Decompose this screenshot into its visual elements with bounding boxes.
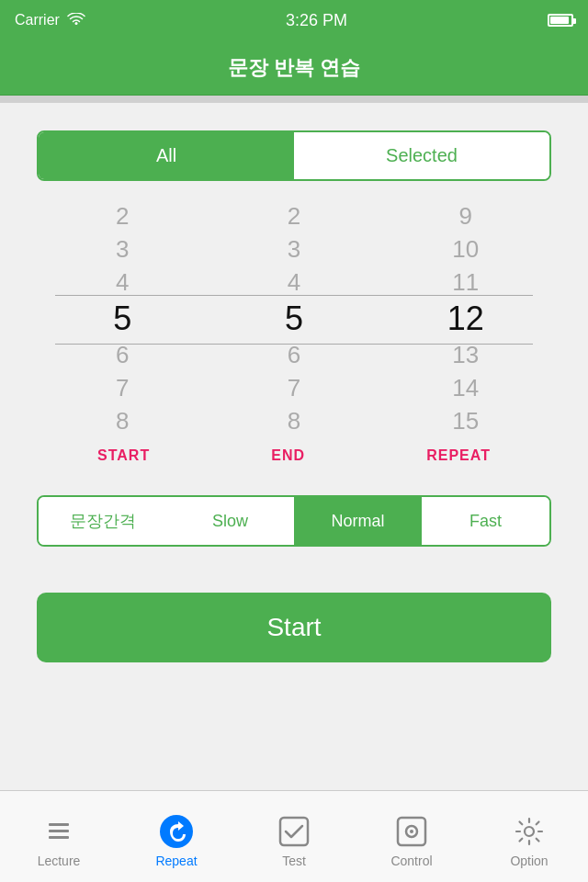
tab-test-label: Test: [282, 854, 306, 868]
tab-lecture-label: Lecture: [38, 854, 81, 868]
repeat-icon: [158, 813, 195, 850]
picker-num: 3: [37, 232, 209, 266]
picker-num: 2: [209, 199, 380, 232]
picker-num: 4: [209, 266, 380, 300]
picker-num: 10: [379, 232, 551, 266]
main-content: All Selected 2 3 4 5 6 7 8 2 3 4 5 6 7: [0, 103, 588, 797]
svg-rect-0: [49, 823, 69, 826]
picker-num: 6: [209, 338, 380, 371]
picker-num: 2: [37, 199, 209, 232]
picker-num: 6: [37, 338, 209, 371]
picker-num-selected: 5: [209, 300, 380, 338]
tab-lecture[interactable]: Lecture: [0, 806, 118, 868]
tab-test[interactable]: Test: [235, 806, 353, 868]
gear-icon: [511, 813, 548, 850]
picker-num: 3: [209, 232, 380, 266]
app-header: 문장 반복 연습: [0, 40, 588, 96]
tab-control-label: Control: [390, 854, 432, 868]
separator: [0, 96, 588, 103]
selected-tab[interactable]: Selected: [294, 132, 549, 179]
svg-rect-2: [49, 836, 69, 839]
all-tab[interactable]: All: [39, 132, 294, 179]
status-time: 3:26 PM: [286, 11, 347, 30]
segmented-control: All Selected: [37, 130, 551, 181]
speed-interval[interactable]: 문장간격: [39, 497, 166, 545]
start-label: START: [97, 447, 150, 464]
check-icon: [276, 813, 312, 850]
svg-point-3: [160, 815, 193, 848]
speed-fast[interactable]: Fast: [422, 497, 549, 545]
tab-control[interactable]: Control: [353, 806, 470, 868]
speed-normal[interactable]: Normal: [294, 497, 422, 545]
picker-num: 4: [37, 266, 209, 300]
start-button-container: Start: [0, 565, 588, 681]
speed-selector: 문장간격 Slow Normal Fast: [37, 495, 551, 547]
repeat-label: REPEAT: [426, 447, 491, 464]
picker-area[interactable]: 2 3 4 5 6 7 8 2 3 4 5 6 7 8 9 10: [37, 199, 551, 438]
end-picker[interactable]: 2 3 4 5 6 7 8: [209, 199, 380, 438]
tab-option[interactable]: Option: [470, 806, 588, 868]
picker-num: 11: [379, 266, 551, 300]
tab-repeat-label: Repeat: [155, 854, 197, 868]
picker-num: 8: [37, 405, 209, 438]
list-icon: [40, 813, 77, 850]
tab-option-label: Option: [510, 854, 548, 868]
svg-point-7: [410, 830, 413, 833]
wifi-icon: [67, 13, 85, 28]
picker-num: 7: [37, 371, 209, 404]
picker-num: 8: [209, 405, 380, 438]
tab-repeat[interactable]: Repeat: [118, 806, 235, 868]
svg-rect-1: [49, 830, 69, 832]
page-title: 문장 반복 연습: [228, 54, 360, 82]
speed-slow[interactable]: Slow: [166, 497, 294, 545]
status-right: [548, 14, 573, 27]
end-label: END: [271, 447, 305, 464]
control-icon: [393, 813, 430, 850]
controls-section: All Selected 2 3 4 5 6 7 8 2 3 4 5 6 7: [0, 103, 588, 565]
svg-rect-4: [280, 818, 308, 845]
picker-num: 9: [379, 199, 551, 232]
battery-icon: [548, 14, 573, 27]
picker-num-selected: 5: [37, 300, 209, 338]
tab-bar: Lecture Repeat Test Con: [0, 790, 588, 882]
carrier-label: Carrier: [15, 12, 60, 28]
picker-num: 14: [379, 371, 551, 404]
picker-num: 13: [379, 338, 551, 371]
start-button[interactable]: Start: [37, 593, 551, 662]
picker-num: 7: [209, 371, 380, 404]
picker-num-selected: 12: [379, 300, 551, 338]
status-bar: Carrier 3:26 PM: [0, 0, 588, 40]
picker-num: 15: [379, 405, 551, 438]
status-left: Carrier: [15, 12, 85, 28]
svg-point-8: [525, 827, 534, 836]
start-picker[interactable]: 2 3 4 5 6 7 8: [37, 199, 209, 438]
repeat-picker[interactable]: 9 10 11 12 13 14 15: [379, 199, 551, 438]
